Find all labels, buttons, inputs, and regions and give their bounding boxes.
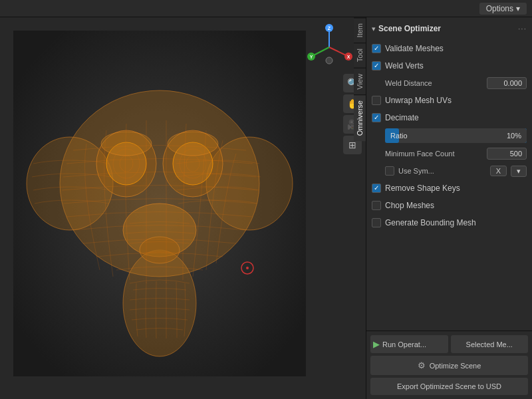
svg-point-12 xyxy=(140,237,180,263)
sidebar-item-item[interactable]: Item xyxy=(354,17,366,43)
weld-distance-row: Weld Distance 0.000 xyxy=(366,74,532,92)
ratio-slider-row[interactable]: Ratio 10% xyxy=(366,126,532,145)
selected-me-label: Selected Me... xyxy=(466,340,513,348)
panel-collapse-arrow[interactable]: ▾ xyxy=(372,25,376,33)
decimate-row: ✓ Decimate xyxy=(366,109,532,126)
weld-verts-row: ✓ Weld Verts xyxy=(366,57,532,74)
validate-meshes-checkbox-wrap[interactable]: ✓ Validate Meshes xyxy=(372,44,444,53)
svg-point-9 xyxy=(101,132,152,156)
ratio-slider[interactable]: Ratio 10% xyxy=(385,128,527,143)
sidebar-item-omniverse[interactable]: Omniverse xyxy=(354,94,366,141)
weld-verts-checkbox-wrap[interactable]: ✓ Weld Verts xyxy=(372,61,424,70)
svg-line-20 xyxy=(329,47,347,56)
svg-point-4 xyxy=(123,250,196,356)
run-operator-button[interactable]: ▶ Run Operat... xyxy=(370,335,448,353)
remove-shape-keys-checkbox-wrap[interactable]: ✓ Remove Shape Keys xyxy=(372,184,460,193)
weld-verts-label: Weld Verts xyxy=(385,61,424,70)
selected-me-button[interactable]: Selected Me... xyxy=(451,335,529,353)
optimize-row: ⚙ Optimize Scene xyxy=(370,356,528,375)
sidebar-item-tool[interactable]: Tool xyxy=(354,43,366,67)
top-bar: Options ▾ xyxy=(0,0,532,17)
ratio-value: 10% xyxy=(507,132,521,140)
options-button[interactable]: Options ▾ xyxy=(479,3,527,15)
decimate-label: Decimate xyxy=(385,113,419,122)
play-icon: ▶ xyxy=(373,339,380,349)
generate-bounding-mesh-checkbox-wrap[interactable]: Generate Bounding Mesh xyxy=(372,218,476,227)
panel-menu-dots[interactable]: ··· xyxy=(518,24,527,33)
optimize-scene-label: Optimize Scene xyxy=(430,362,481,370)
options-label: Options xyxy=(486,4,513,13)
svg-point-10 xyxy=(168,132,218,156)
unwrap-mesh-uvs-row: Unwrap Mesh UVs xyxy=(366,92,532,109)
export-row: Export Optimized Scene to USD xyxy=(370,378,528,395)
use-sym-dropdown[interactable]: ▾ xyxy=(511,166,527,177)
viewport-gizmo[interactable]: Z X Y xyxy=(306,24,352,70)
panel-header: ▾ Scene Optimizer ··· xyxy=(366,21,532,36)
validate-meshes-checkbox[interactable]: ✓ xyxy=(372,44,381,53)
unwrap-checkbox-wrap[interactable]: Unwrap Mesh UVs xyxy=(372,96,452,105)
weld-verts-checkbox[interactable]: ✓ xyxy=(372,61,381,70)
decimate-checkbox-wrap[interactable]: ✓ Decimate xyxy=(372,113,419,122)
min-face-count-label: Minimum Face Count xyxy=(385,150,483,158)
svg-text:Z: Z xyxy=(328,26,331,31)
monkey-mesh-svg xyxy=(13,31,306,376)
svg-point-28 xyxy=(246,267,249,269)
bottom-buttons: ▶ Run Operat... Selected Me... ⚙ Optimiz… xyxy=(366,331,532,399)
optimize-scene-button[interactable]: ⚙ Optimize Scene xyxy=(370,356,528,375)
generate-bounding-mesh-checkbox[interactable] xyxy=(372,218,381,227)
panel-content: ▾ Scene Optimizer ··· ✓ Validate Meshes … xyxy=(366,17,532,331)
chop-meshes-checkbox-wrap[interactable]: Chop Meshes xyxy=(372,201,434,210)
weld-distance-label: Weld Distance xyxy=(385,79,483,87)
weld-distance-value[interactable]: 0.000 xyxy=(487,77,527,89)
chop-meshes-checkbox[interactable] xyxy=(372,201,381,210)
ratio-label: Ratio xyxy=(390,132,408,140)
remove-shape-keys-row: ✓ Remove Shape Keys xyxy=(366,180,532,197)
panel-title: Scene Optimizer xyxy=(378,24,441,33)
right-panel: ▾ Scene Optimizer ··· ✓ Validate Meshes … xyxy=(366,17,532,399)
svg-text:Y: Y xyxy=(310,55,313,59)
min-face-count-value[interactable]: 500 xyxy=(487,148,527,160)
viewport[interactable]: Z X Y 🔍 ✋ 🎥 ⊞ xyxy=(0,17,366,399)
export-button[interactable]: Export Optimized Scene to USD xyxy=(370,378,528,395)
svg-text:X: X xyxy=(347,55,350,59)
generate-bounding-mesh-row: Generate Bounding Mesh xyxy=(366,214,532,231)
chop-meshes-label: Chop Meshes xyxy=(385,201,434,210)
use-sym-label: Use Sym... xyxy=(398,167,486,175)
sidebar-item-view[interactable]: View xyxy=(354,68,366,95)
chop-meshes-row: Chop Meshes xyxy=(366,197,532,214)
svg-point-26 xyxy=(326,57,332,64)
run-operator-label: Run Operat... xyxy=(382,340,426,348)
validate-meshes-row: ✓ Validate Meshes xyxy=(366,40,532,57)
gear-icon: ⚙ xyxy=(418,360,426,370)
decimate-checkbox[interactable]: ✓ xyxy=(372,113,381,122)
main-area: Z X Y 🔍 ✋ 🎥 ⊞ xyxy=(0,17,532,399)
use-sym-x-button[interactable]: X xyxy=(490,166,507,176)
options-arrow: ▾ xyxy=(516,4,520,13)
min-face-count-row: Minimum Face Count 500 xyxy=(366,145,532,162)
side-tabs-container: Item Tool View Omniverse xyxy=(354,17,366,141)
unwrap-mesh-uvs-label: Unwrap Mesh UVs xyxy=(385,96,452,105)
validate-meshes-label: Validate Meshes xyxy=(385,44,444,53)
unwrap-mesh-uvs-checkbox[interactable] xyxy=(372,96,381,105)
use-sym-checkbox[interactable] xyxy=(385,166,394,176)
target-circle xyxy=(239,260,255,276)
remove-shape-keys-checkbox[interactable]: ✓ xyxy=(372,184,381,193)
svg-line-23 xyxy=(313,47,329,56)
export-label: Export Optimized Scene to USD xyxy=(397,382,501,390)
generate-bounding-mesh-label: Generate Bounding Mesh xyxy=(385,218,476,227)
run-row: ▶ Run Operat... Selected Me... xyxy=(370,335,528,353)
remove-shape-keys-label: Remove Shape Keys xyxy=(385,184,460,193)
use-sym-row: Use Sym... X ▾ xyxy=(366,162,532,180)
